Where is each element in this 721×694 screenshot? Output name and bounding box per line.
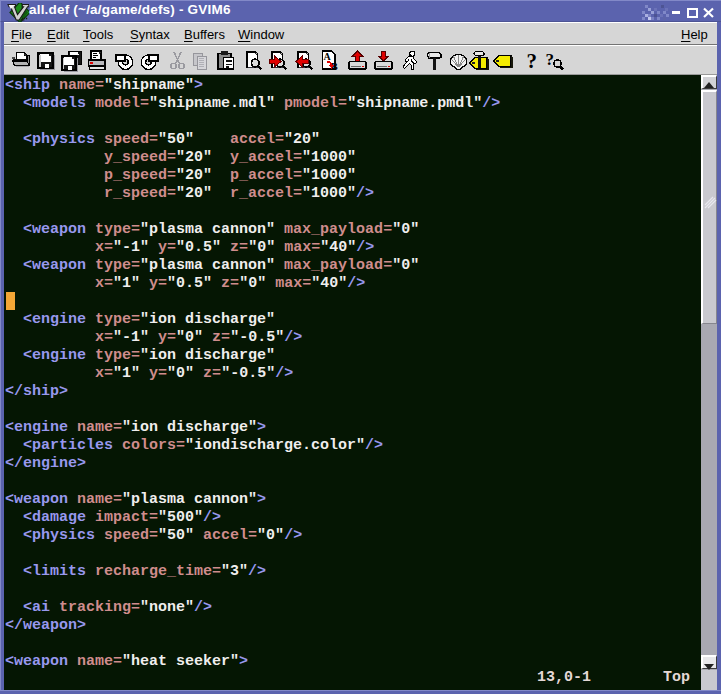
svg-text:?: ? — [527, 50, 538, 72]
svg-text:?: ? — [546, 50, 555, 69]
